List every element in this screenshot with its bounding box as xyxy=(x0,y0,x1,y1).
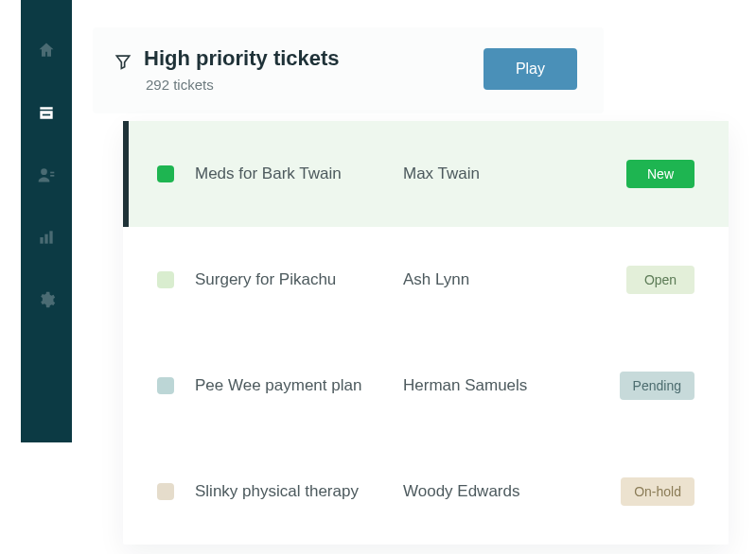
ticket-requester: Max Twain xyxy=(403,164,573,183)
status-badge: New xyxy=(626,160,694,188)
filter-icon[interactable] xyxy=(114,52,132,75)
sidebar-item-contacts[interactable] xyxy=(21,157,72,193)
ticket-subject: Slinky physical therapy xyxy=(195,482,403,501)
ticket-subject: Pee Wee payment plan xyxy=(195,376,403,395)
ticket-requester: Ash Lynn xyxy=(403,270,573,289)
home-icon xyxy=(37,41,56,60)
ticket-checkbox[interactable] xyxy=(157,165,174,182)
sidebar-item-home[interactable] xyxy=(21,32,72,68)
settings-icon xyxy=(37,290,56,309)
sidebar-item-tickets[interactable] xyxy=(21,95,72,130)
page-title: High priority tickets xyxy=(144,46,340,71)
svg-point-1 xyxy=(41,168,47,175)
svg-rect-5 xyxy=(44,234,47,244)
reports-icon xyxy=(37,228,56,247)
svg-rect-6 xyxy=(49,231,52,243)
svg-rect-4 xyxy=(40,237,43,244)
ticket-checkbox[interactable] xyxy=(157,377,174,394)
ticket-row[interactable]: Surgery for PikachuAsh LynnOpen xyxy=(123,227,729,333)
contacts-icon xyxy=(37,165,56,184)
status-badge: Open xyxy=(626,266,694,294)
play-button[interactable]: Play xyxy=(483,48,577,90)
sidebar-item-settings[interactable] xyxy=(21,282,72,318)
title-wrap: High priority tickets 292 tickets xyxy=(114,46,340,93)
status-badge: On-hold xyxy=(621,477,694,506)
svg-rect-2 xyxy=(50,172,54,174)
ticket-checkbox[interactable] xyxy=(157,483,174,500)
ticket-requester: Herman Samuels xyxy=(403,376,573,395)
ticket-checkbox[interactable] xyxy=(157,271,174,288)
ticket-list: Meds for Bark TwainMax TwainNewSurgery f… xyxy=(123,121,729,545)
svg-rect-0 xyxy=(43,114,50,116)
ticket-subject: Surgery for Pikachu xyxy=(195,270,403,289)
sidebar xyxy=(21,0,72,442)
ticket-row[interactable]: Slinky physical therapyWoody EdwardsOn-h… xyxy=(123,439,729,545)
panel-card: High priority tickets 292 tickets Play xyxy=(93,27,604,113)
status-badge: Pending xyxy=(620,372,694,400)
ticket-row[interactable]: Pee Wee payment planHerman SamuelsPendin… xyxy=(123,333,729,439)
ticket-count: 292 tickets xyxy=(146,77,340,93)
panel-header: High priority tickets 292 tickets Play xyxy=(93,27,604,113)
ticket-subject: Meds for Bark Twain xyxy=(195,164,403,183)
ticket-row[interactable]: Meds for Bark TwainMax TwainNew xyxy=(123,121,729,227)
sidebar-item-reports[interactable] xyxy=(21,219,72,255)
tickets-icon xyxy=(37,103,56,122)
svg-rect-3 xyxy=(50,175,54,177)
ticket-requester: Woody Edwards xyxy=(403,482,573,501)
